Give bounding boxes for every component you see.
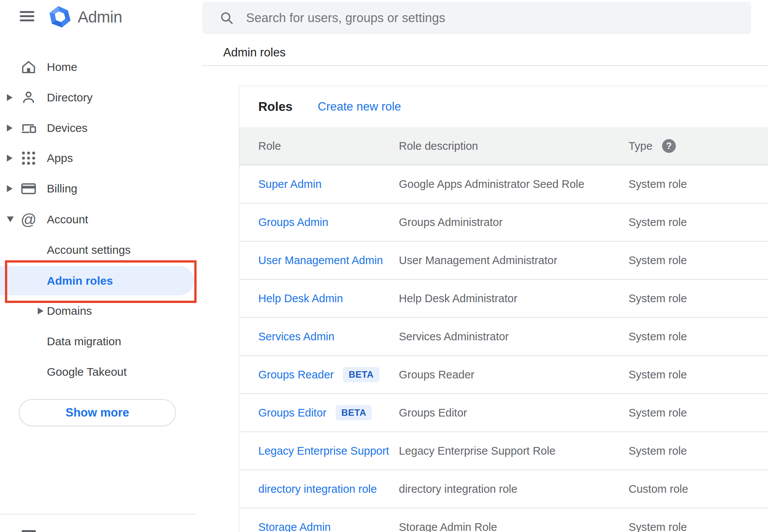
role-type: System role [629,445,768,457]
sidebar-divider [0,514,196,514]
hamburger-icon [20,11,34,13]
role-type: System role [629,254,768,267]
role-link[interactable]: Legacy Enterprise Support [258,445,389,457]
collapse-arrow-icon[interactable] [7,216,14,222]
role-description: Groups Administrator [399,216,629,229]
person-icon [20,89,37,106]
sidebar-item-admin-roles-selected[interactable]: Admin roles [0,266,194,295]
card-title: Roles [258,99,293,114]
show-more-button[interactable]: Show more [19,399,176,426]
sidebar-item-devices[interactable]: Devices [0,113,196,143]
devices-icon [20,119,37,137]
column-header-type: Type ? [629,139,768,153]
create-new-role-link[interactable]: Create new role [318,100,401,114]
roles-card: Roles Create new role Role Role descript… [239,86,768,532]
sidebar-item-account[interactable]: @ Account [0,204,196,235]
roles-card-header: Roles Create new role [239,86,768,127]
table-row: directory integration role directory int… [239,470,768,508]
role-type: System role [629,178,768,191]
table-row: Storage Admin Storage Admin Role System … [239,508,768,532]
role-link[interactable]: User Management Admin [258,254,383,267]
beta-badge: BETA [343,367,379,382]
role-description: Groups Editor [399,407,629,419]
role-type: System role [629,521,768,532]
role-link[interactable]: directory integration role [258,483,377,495]
role-link[interactable]: Storage Admin [258,521,331,532]
sidebar-item-label: Billing [47,182,77,195]
role-type: System role [629,330,768,343]
app-title: Admin [78,6,122,28]
role-link[interactable]: Groups Editor [258,407,326,419]
sidebar-item-label: Account [47,213,88,226]
sidebar-item-label: Data migration [47,335,121,348]
sidebar-item-google-takeout[interactable]: Google Takeout [0,357,196,387]
role-type: System role [629,407,768,419]
table-row: User Management Admin User Management Ad… [239,242,768,280]
role-type: System role [629,369,768,381]
search-icon [219,10,234,26]
role-type: System role [629,292,768,305]
admin-logo-icon [49,6,72,28]
sidebar-item-label: Domains [47,304,92,317]
sidebar-item-account-settings[interactable]: Account settings [0,235,196,265]
sidebar-item-domains[interactable]: Domains [0,296,196,326]
sidebar-item-label: Account settings [47,244,131,256]
table-row: Super Admin Google Apps Administrator Se… [239,165,768,204]
sidebar-item-home[interactable]: Home [0,52,196,82]
role-link[interactable]: Groups Reader [258,369,334,381]
search-bar[interactable] [202,2,751,34]
role-description: Storage Admin Role [399,521,629,532]
role-description: Groups Reader [399,369,629,381]
table-row: Services Admin Services Administrator Sy… [239,318,768,356]
at-sign-icon: @ [20,211,37,228]
sidebar-item-label: Devices [47,122,88,135]
role-description: Google Apps Administrator Seed Role [399,178,629,191]
role-type: System role [629,216,768,229]
role-type: Custom role [629,483,768,495]
sidebar-item-label: Admin roles [47,274,113,287]
table-row: Groups Reader BETA Groups Reader System … [239,356,768,394]
role-link[interactable]: Services Admin [258,330,334,343]
column-header-role: Role [239,140,399,152]
expand-arrow-icon[interactable] [7,94,13,101]
role-description: User Management Administrator [399,254,629,267]
sidebar-item-data-migration[interactable]: Data migration [0,326,196,357]
table-header-row: Role Role description Type ? [239,127,768,165]
credit-card-icon [20,180,37,197]
clipped-icon [22,530,36,532]
breadcrumb: Admin roles [223,45,286,60]
table-row: Groups Admin Groups Administrator System… [239,204,768,242]
role-link[interactable]: Super Admin [258,178,322,191]
role-description: Services Administrator [399,330,629,343]
role-link[interactable]: Help Desk Admin [258,292,343,305]
menu-button[interactable] [20,11,34,21]
table-row: Legacy Enterprise Support Legacy Enterpr… [239,432,768,470]
expand-arrow-icon[interactable] [7,185,13,192]
role-description: Help Desk Administrator [399,292,629,305]
sidebar-item-label: Google Takeout [47,365,127,378]
column-header-description: Role description [399,140,629,152]
table-row: Help Desk Admin Help Desk Administrator … [239,280,768,318]
expand-arrow-icon[interactable] [7,125,13,131]
header-divider [202,65,768,66]
role-description: Legacy Enterprise Support Role [399,445,629,457]
sidebar-item-billing[interactable]: Billing [0,173,196,204]
beta-badge: BETA [336,405,372,420]
sidebar-item-apps[interactable]: Apps [0,143,196,173]
sidebar-item-directory[interactable]: Directory [0,82,196,113]
expand-arrow-icon[interactable] [38,308,43,314]
home-icon [20,58,37,76]
sidebar-item-label: Home [47,61,77,74]
role-link[interactable]: Groups Admin [258,216,328,229]
apps-grid-icon [20,149,37,167]
expand-arrow-icon[interactable] [7,155,13,162]
help-icon[interactable]: ? [662,139,676,153]
sidebar-item-label: Directory [47,91,93,104]
sidebar-item-label: Apps [47,152,73,165]
table-row: Groups Editor BETA Groups Editor System … [239,394,768,432]
role-description: directory integration role [399,483,629,495]
search-input[interactable] [245,10,751,26]
